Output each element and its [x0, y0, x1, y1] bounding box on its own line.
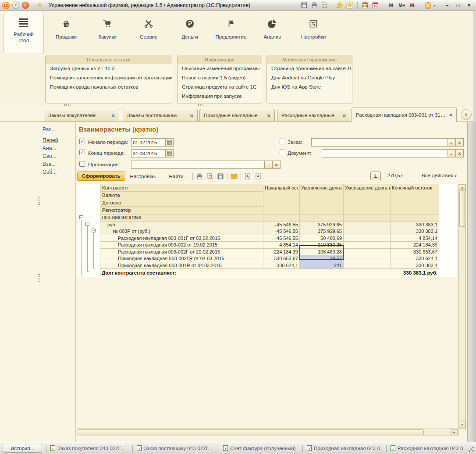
collapse-group-icon[interactable]: −: [79, 215, 83, 219]
select-ellipsis-icon[interactable]: ...: [448, 149, 456, 157]
section-enterprise[interactable]: Предприятие: [210, 12, 252, 53]
organization-input[interactable]: [131, 161, 265, 169]
splitter-grip[interactable]: [38, 274, 40, 282]
clear-field-icon[interactable]: ×: [456, 138, 464, 147]
close-tab-icon[interactable]: ×: [190, 112, 193, 119]
link-item[interactable]: Описание изменений программы: [178, 64, 262, 73]
scroll-right-icon[interactable]: ►: [451, 429, 458, 435]
print-icon[interactable]: [195, 172, 203, 180]
link-item[interactable]: Для iOS на App Store: [267, 82, 352, 92]
memory-minus-button[interactable]: M-: [409, 3, 417, 8]
table-horizontal-scrollbar[interactable]: ►: [77, 429, 458, 436]
section-sales[interactable]: Продажи: [46, 12, 87, 53]
tab-outgoing-invoice-003-001[interactable]: Расходная накладная 003-001 от 31.01....…: [352, 107, 457, 122]
section-purchases[interactable]: Закупки: [87, 12, 128, 53]
link-item[interactable]: Помощник заполнения информации об органи…: [46, 73, 172, 82]
collapse-groups-icon[interactable]: A: [254, 172, 262, 180]
header-debt-decrease[interactable]: Уменьшение долга контрагента: [344, 184, 391, 214]
link-item[interactable]: Информация при запуске: [178, 92, 262, 101]
minimize-button[interactable]: –: [443, 2, 451, 8]
print-preview-icon[interactable]: [206, 172, 214, 180]
all-actions-button[interactable]: Все действия ▾: [422, 173, 457, 178]
header-debt-increase[interactable]: Увеличение долга контрагента: [300, 184, 344, 214]
task-customer-order[interactable]: i Заказ покупателя 043-022Г...: [50, 445, 128, 451]
tab-list-dropdown-icon[interactable]: ▼: [461, 109, 472, 120]
table-vertical-scrollbar[interactable]: ▲ ▼: [458, 184, 466, 429]
memory-recall-button[interactable]: M: [387, 3, 395, 8]
period-start-checkbox[interactable]: ✓: [79, 139, 85, 144]
1c-logo-icon[interactable]: 1С: [2, 2, 10, 9]
sidebar-item-perey[interactable]: Перей: [43, 137, 58, 143]
clear-field-icon[interactable]: ×: [456, 149, 464, 157]
splitter-grip[interactable]: [64, 104, 71, 106]
sidebar-item-ana[interactable]: Ана...: [43, 145, 56, 151]
organization-checkbox[interactable]: [79, 161, 85, 167]
document-checkbox[interactable]: [280, 150, 285, 155]
email-icon[interactable]: [230, 172, 238, 180]
collapse-group-icon[interactable]: −: [92, 229, 96, 232]
expand-groups-icon[interactable]: A: [244, 172, 252, 180]
sidebar-splitter[interactable]: [75, 122, 76, 442]
selected-cell[interactable]: -29,57: [300, 255, 344, 262]
calendar-icon[interactable]: 31: [371, 1, 379, 9]
scrollbar-thumb[interactable]: [459, 192, 465, 227]
section-service[interactable]: Сервис: [128, 12, 169, 53]
collapse-group-icon[interactable]: −: [85, 222, 89, 226]
link-item[interactable]: Новое в версии 1.5 (видео): [178, 73, 262, 82]
header-opening-balance[interactable]: Начальный остаток: [263, 184, 300, 214]
splitter-grip[interactable]: [38, 197, 40, 205]
section-desktop[interactable]: Рабочий стол: [4, 12, 44, 53]
close-button[interactable]: ×: [465, 2, 473, 8]
select-ellipsis-icon[interactable]: ...: [448, 138, 456, 147]
link-item[interactable]: Страница приложения на сайте 1С: [267, 64, 352, 73]
header-registrar[interactable]: Регистратор: [100, 207, 263, 214]
order-input[interactable]: [311, 138, 448, 147]
header-closing-balance[interactable]: Конечный остаток: [391, 184, 439, 214]
calendar-picker-icon[interactable]: [166, 149, 174, 157]
favorites-star-icon[interactable]: ★: [37, 2, 43, 9]
period-start-input[interactable]: [131, 138, 166, 147]
window-vertical-scrollbar[interactable]: [467, 122, 476, 442]
link-item[interactable]: Загрузка данных из УТ 10.3: [46, 64, 172, 73]
clear-field-icon[interactable]: ×: [273, 161, 281, 169]
history-button[interactable]: История...: [3, 444, 42, 453]
sum-button[interactable]: Σ: [370, 172, 381, 180]
task-outgoing-invoice[interactable]: i Расходная накладная 043-0...: [391, 445, 466, 451]
print-icon[interactable]: [310, 1, 318, 9]
save-icon[interactable]: [217, 172, 224, 180]
scroll-up-icon[interactable]: ▲: [459, 184, 465, 191]
sidebar-item-sob[interactable]: Соб...: [43, 169, 57, 175]
tab-customer-orders[interactable]: Заказы покупателей×: [44, 109, 119, 122]
resize-grip-icon[interactable]: [468, 446, 474, 452]
close-tab-icon[interactable]: ×: [267, 112, 270, 119]
memory-plus-button[interactable]: M+: [398, 3, 406, 8]
find-button[interactable]: Найти...: [167, 174, 190, 179]
calendar-picker-icon[interactable]: [166, 138, 174, 147]
settings-button[interactable]: Настройки...: [128, 174, 161, 179]
save-icon[interactable]: [300, 1, 308, 9]
link-item[interactable]: Помощник ввода начальных остатков: [46, 82, 172, 92]
info-dropdown-icon[interactable]: ▾: [433, 4, 435, 7]
splitter-grip[interactable]: [198, 104, 205, 106]
close-tab-icon[interactable]: ×: [342, 112, 346, 119]
task-supplier-order[interactable]: i Заказ поставщику 043-022Г...: [137, 445, 215, 451]
section-analysis[interactable]: Анализ: [252, 12, 293, 53]
main-menu-dropdown-icon[interactable]: ▾: [12, 2, 19, 9]
calculator-icon[interactable]: [361, 1, 369, 9]
document-input[interactable]: [322, 149, 448, 157]
select-ellipsis-icon[interactable]: ...: [265, 161, 273, 169]
header-contract[interactable]: Договор: [100, 199, 263, 207]
generate-button[interactable]: Сформировать: [77, 172, 125, 181]
header-currency[interactable]: Валюта: [100, 192, 263, 199]
header-contragent[interactable]: Контрагент: [100, 184, 263, 192]
orange-circle-icon[interactable]: [22, 2, 29, 9]
header-contragent-group[interactable]: Контрагент Валюта Договор Регистратор: [100, 184, 263, 214]
task-received-invoice[interactable]: i Счет-фактура (полученный) ...: [223, 445, 298, 451]
link-item[interactable]: Для Android на Google Play: [267, 73, 352, 82]
tab-outgoing-invoices[interactable]: Расходные накладные×: [277, 109, 350, 122]
task-incoming-invoice[interactable]: i Приходная накладная 043-0...: [307, 445, 382, 451]
print-preview-icon[interactable]: [320, 1, 328, 9]
add-favorite-icon[interactable]: [336, 1, 344, 9]
close-tab-icon[interactable]: ×: [449, 111, 452, 118]
period-end-input[interactable]: [131, 149, 166, 157]
